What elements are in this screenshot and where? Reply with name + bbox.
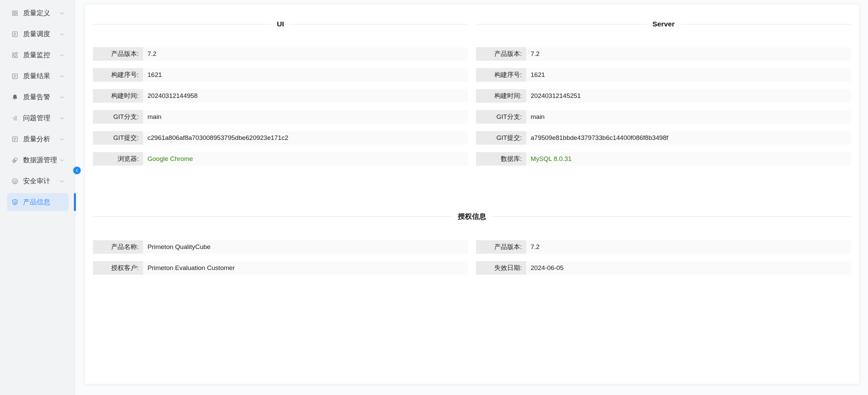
product-info-card: UI 产品版本: 7.2 构建序号: 1621 构建时间: [85,4,859,384]
row-label: 浏览器: [93,152,143,166]
row-value: 1621 [143,68,468,82]
section-title: UI [277,20,284,28]
table-row: 数据库: MySQL 8.0.31 [476,152,851,166]
chevron-down-icon [59,94,65,100]
row-value: 20240312145251 [526,89,851,103]
svg-text:@: @ [13,200,17,204]
row-label: 构建时间: [476,89,526,103]
sidebar-item-label: 质量结果 [23,71,50,81]
shield-at-icon: @ [11,199,19,206]
sidebar-item-quality-alerts[interactable]: 质量告警 [7,88,68,106]
at-circle-icon: @ [11,178,19,185]
row-value: 7.2 [143,47,468,61]
table-row: 构建时间: 20240312144958 [93,89,468,103]
row-label: GIT提交: [93,131,143,145]
divider-line [476,24,647,24]
sidebar-item-label: 质量分析 [23,134,50,144]
sidebar-item-label: 安全审计 [23,176,50,186]
table-row: 产品版本: 7.2 [93,47,468,61]
row-value: 7.2 [526,240,851,254]
row-label: 授权客户: [93,261,143,275]
chevron-down-icon [59,10,65,16]
table-row: GIT分支: main [476,110,851,124]
row-value: 7.2 [526,47,851,61]
database-icon [11,157,19,164]
row-value: main [526,110,851,124]
row-label: GIT提交: [476,131,526,145]
sidebar-item-quality-monitoring[interactable]: 质量监控 [7,46,68,64]
server-section-header: Server [476,20,851,28]
row-label: 产品版本: [476,240,526,254]
table-row: 构建序号: 1621 [93,68,468,82]
row-label: 构建序号: [476,68,526,82]
sidebar-item-label: 问题管理 [23,113,50,123]
sidebar-item-quality-results[interactable]: 质量结果 [7,67,68,85]
sidebar-item-label: 质量监控 [23,50,50,60]
row-value-database: MySQL 8.0.31 [526,152,851,166]
license-left-column: 产品名称: Primeton QualityCube 授权客户: Primeto… [93,240,468,275]
table-row: 产品版本: 7.2 [476,47,851,61]
section-title: 授权信息 [458,212,486,221]
chevron-down-icon [59,52,65,58]
row-label: 失效日期: [476,261,526,275]
divider-line [93,24,272,24]
row-label: 构建时间: [93,89,143,103]
sidebar-item-quality-definition[interactable]: 质量定义 [7,4,68,22]
bell-icon [11,93,19,101]
divider-line [492,216,851,217]
section-title: Server [652,20,674,28]
table-row: 构建序号: 1621 [476,68,851,82]
table-row: 产品版本: 7.2 [476,240,851,254]
svg-text:@: @ [13,179,17,183]
server-section: Server 产品版本: 7.2 构建序号: 1621 构建 [476,20,851,166]
row-label: 产品版本: [93,47,143,61]
row-value: Primeton Evaluation Customer [143,261,468,275]
sidebar-item-security-audit[interactable]: @ 安全审计 [7,172,68,190]
sidebar-item-label: 质量调度 [23,29,50,39]
sidebar-item-quality-analysis[interactable]: 质量分析 [7,130,68,148]
table-row: GIT提交: a79509e81bbde4379733b6c14400f086f… [476,131,851,145]
chevron-down-icon [59,157,65,163]
row-value-browser: Google Chrome [143,152,468,166]
chevron-left-icon [75,168,79,173]
row-value: Primeton QualityCube [143,240,468,254]
license-right-column: 产品版本: 7.2 失效日期: 2024-06-05 [476,240,851,275]
chevron-down-icon [59,115,65,121]
chevron-down-icon [59,178,65,184]
ui-section-header: UI [93,20,468,28]
sidebar-collapse-button[interactable] [73,167,81,174]
appstore-icon [11,51,19,59]
main-content: UI 产品版本: 7.2 构建序号: 1621 构建时间: [75,0,868,395]
table-row: 授权客户: Primeton Evaluation Customer [93,261,468,275]
sidebar-item-datasource-management[interactable]: 数据源管理 [7,151,68,169]
divider-line [290,24,468,24]
row-value: main [143,110,468,124]
list-lines-icon [11,115,19,122]
row-value: a79509e81bbde4379733b6c14400f086f8b3498f [526,131,851,145]
row-label: 产品版本: [476,47,526,61]
table-row: 失效日期: 2024-06-05 [476,261,851,275]
sidebar-item-label: 产品信息 [23,198,50,207]
table-row: 浏览器: Google Chrome [93,152,468,166]
document-icon [11,30,19,38]
table-row: 产品名称: Primeton QualityCube [93,240,468,254]
divider-line [680,24,851,24]
row-label: GIT分支: [93,110,143,124]
ui-section: UI 产品版本: 7.2 构建序号: 1621 构建时间: [93,20,468,166]
sidebar-item-label: 数据源管理 [23,155,57,165]
row-label: 产品名称: [93,240,143,254]
sidebar-item-issue-management[interactable]: 问题管理 [7,109,68,127]
row-label: 构建序号: [93,68,143,82]
sidebar-item-quality-scheduling[interactable]: 质量调度 [7,25,68,43]
document-icon [11,72,19,80]
table-row: 构建时间: 20240312145251 [476,89,851,103]
document-icon [11,136,19,143]
sidebar-item-product-info[interactable]: @ 产品信息 [7,193,68,211]
row-label: GIT分支: [476,110,526,124]
grid-icon [11,9,19,17]
row-label: 数据库: [476,152,526,166]
app-layout: 质量定义 质量调度 [0,0,868,395]
sidebar-item-label: 质量定义 [23,8,50,18]
license-section-header: 授权信息 [93,212,851,221]
sidebar-item-label: 质量告警 [23,92,50,102]
